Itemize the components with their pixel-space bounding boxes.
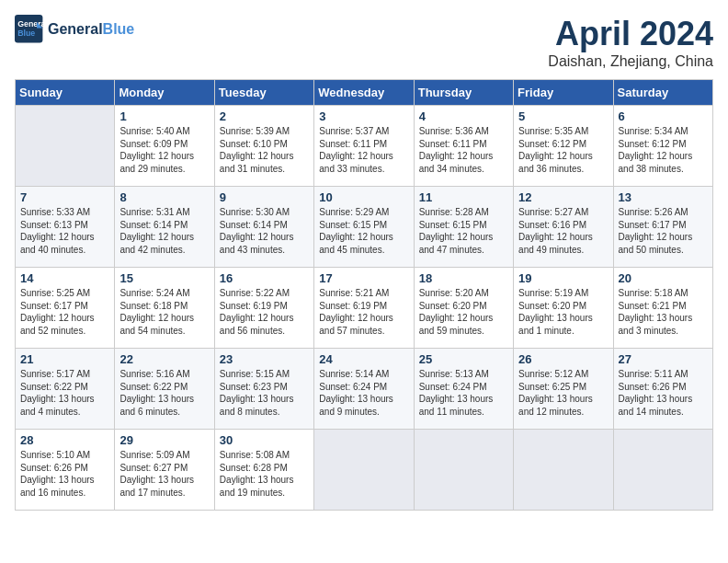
column-header-monday: Monday [115,80,214,106]
day-info: Sunrise: 5:40 AM Sunset: 6:09 PM Dayligh… [119,125,209,175]
day-info: Sunrise: 5:17 AM Sunset: 6:22 PM Dayligh… [20,368,109,418]
calendar-cell: 23Sunrise: 5:15 AM Sunset: 6:23 PM Dayli… [214,349,313,430]
calendar-cell: 21Sunrise: 5:17 AM Sunset: 6:22 PM Dayli… [16,349,115,430]
day-number: 14 [20,271,109,285]
day-info: Sunrise: 5:37 AM Sunset: 6:11 PM Dayligh… [319,125,408,175]
day-number: 19 [518,271,608,285]
day-number: 30 [220,433,309,447]
calendar-cell: 13Sunrise: 5:26 AM Sunset: 6:17 PM Dayli… [613,187,712,268]
calendar-cell: 11Sunrise: 5:28 AM Sunset: 6:15 PM Dayli… [414,187,513,268]
header-row: SundayMondayTuesdayWednesdayThursdayFrid… [16,80,713,106]
calendar-cell: 29Sunrise: 5:09 AM Sunset: 6:27 PM Dayli… [115,430,214,511]
location: Daishan, Zhejiang, China [548,53,713,70]
day-number: 29 [119,433,209,447]
calendar-week-2: 7Sunrise: 5:33 AM Sunset: 6:13 PM Daylig… [16,187,713,268]
calendar-cell: 22Sunrise: 5:16 AM Sunset: 6:22 PM Dayli… [115,349,214,430]
calendar-cell: 24Sunrise: 5:14 AM Sunset: 6:24 PM Dayli… [314,349,414,430]
calendar-cell [16,106,115,187]
logo-icon: General Blue [15,15,44,44]
calendar-cell: 10Sunrise: 5:29 AM Sunset: 6:15 PM Dayli… [314,187,414,268]
day-info: Sunrise: 5:35 AM Sunset: 6:12 PM Dayligh… [518,125,608,175]
day-number: 17 [319,271,408,285]
day-info: Sunrise: 5:08 AM Sunset: 6:28 PM Dayligh… [220,449,309,499]
day-info: Sunrise: 5:39 AM Sunset: 6:10 PM Dayligh… [220,125,309,175]
day-info: Sunrise: 5:13 AM Sunset: 6:24 PM Dayligh… [419,368,508,418]
day-number: 9 [220,190,309,204]
calendar-cell: 12Sunrise: 5:27 AM Sunset: 6:16 PM Dayli… [514,187,613,268]
day-number: 25 [419,352,508,366]
day-info: Sunrise: 5:11 AM Sunset: 6:26 PM Dayligh… [619,368,708,418]
svg-text:Blue: Blue [17,29,35,38]
day-number: 6 [619,109,708,123]
month-title: April 2024 [548,15,713,53]
logo: General Blue GeneralBlue [15,15,134,44]
day-number: 18 [419,271,508,285]
calendar-cell: 17Sunrise: 5:21 AM Sunset: 6:19 PM Dayli… [314,268,414,349]
page-header: General Blue GeneralBlue April 2024 Dais… [15,15,713,70]
calendar-cell [414,430,513,511]
calendar-cell: 4Sunrise: 5:36 AM Sunset: 6:11 PM Daylig… [414,106,513,187]
day-number: 4 [419,109,508,123]
day-info: Sunrise: 5:19 AM Sunset: 6:20 PM Dayligh… [518,287,608,337]
day-number: 12 [518,190,608,204]
calendar-table: SundayMondayTuesdayWednesdayThursdayFrid… [15,79,713,511]
calendar-week-1: 1Sunrise: 5:40 AM Sunset: 6:09 PM Daylig… [16,106,713,187]
calendar-cell: 26Sunrise: 5:12 AM Sunset: 6:25 PM Dayli… [514,349,613,430]
day-number: 20 [619,271,708,285]
day-number: 7 [20,190,109,204]
calendar-cell: 28Sunrise: 5:10 AM Sunset: 6:26 PM Dayli… [16,430,115,511]
day-number: 13 [619,190,708,204]
day-info: Sunrise: 5:28 AM Sunset: 6:15 PM Dayligh… [419,206,508,256]
day-info: Sunrise: 5:12 AM Sunset: 6:25 PM Dayligh… [518,368,608,418]
day-number: 16 [220,271,309,285]
calendar-cell [514,430,613,511]
calendar-cell: 19Sunrise: 5:19 AM Sunset: 6:20 PM Dayli… [514,268,613,349]
day-number: 24 [319,352,408,366]
day-number: 23 [220,352,309,366]
day-number: 8 [119,190,209,204]
day-info: Sunrise: 5:24 AM Sunset: 6:18 PM Dayligh… [119,287,209,337]
day-info: Sunrise: 5:16 AM Sunset: 6:22 PM Dayligh… [119,368,209,418]
calendar-cell [613,430,712,511]
day-info: Sunrise: 5:27 AM Sunset: 6:16 PM Dayligh… [518,206,608,256]
day-info: Sunrise: 5:09 AM Sunset: 6:27 PM Dayligh… [119,449,209,499]
calendar-cell: 7Sunrise: 5:33 AM Sunset: 6:13 PM Daylig… [16,187,115,268]
day-info: Sunrise: 5:29 AM Sunset: 6:15 PM Dayligh… [319,206,408,256]
calendar-cell: 3Sunrise: 5:37 AM Sunset: 6:11 PM Daylig… [314,106,414,187]
day-number: 5 [518,109,608,123]
calendar-cell: 14Sunrise: 5:25 AM Sunset: 6:17 PM Dayli… [16,268,115,349]
calendar-cell: 27Sunrise: 5:11 AM Sunset: 6:26 PM Dayli… [613,349,712,430]
day-number: 1 [119,109,209,123]
calendar-week-3: 14Sunrise: 5:25 AM Sunset: 6:17 PM Dayli… [16,268,713,349]
column-header-thursday: Thursday [414,80,513,106]
day-number: 2 [220,109,309,123]
calendar-week-5: 28Sunrise: 5:10 AM Sunset: 6:26 PM Dayli… [16,430,713,511]
day-info: Sunrise: 5:15 AM Sunset: 6:23 PM Dayligh… [220,368,309,418]
day-number: 21 [20,352,109,366]
day-info: Sunrise: 5:26 AM Sunset: 6:17 PM Dayligh… [619,206,708,256]
column-header-wednesday: Wednesday [314,80,414,106]
logo-text: GeneralBlue [48,21,134,38]
column-header-sunday: Sunday [16,80,115,106]
title-block: April 2024 Daishan, Zhejiang, China [548,15,713,70]
calendar-cell: 6Sunrise: 5:34 AM Sunset: 6:12 PM Daylig… [613,106,712,187]
day-info: Sunrise: 5:10 AM Sunset: 6:26 PM Dayligh… [20,449,109,499]
calendar-cell: 18Sunrise: 5:20 AM Sunset: 6:20 PM Dayli… [414,268,513,349]
day-number: 11 [419,190,508,204]
day-info: Sunrise: 5:20 AM Sunset: 6:20 PM Dayligh… [419,287,508,337]
day-info: Sunrise: 5:25 AM Sunset: 6:17 PM Dayligh… [20,287,109,337]
calendar-cell: 8Sunrise: 5:31 AM Sunset: 6:14 PM Daylig… [115,187,214,268]
day-info: Sunrise: 5:30 AM Sunset: 6:14 PM Dayligh… [220,206,309,256]
day-info: Sunrise: 5:22 AM Sunset: 6:19 PM Dayligh… [220,287,309,337]
day-number: 26 [518,352,608,366]
day-number: 27 [619,352,708,366]
day-info: Sunrise: 5:36 AM Sunset: 6:11 PM Dayligh… [419,125,508,175]
calendar-cell: 16Sunrise: 5:22 AM Sunset: 6:19 PM Dayli… [214,268,313,349]
column-header-tuesday: Tuesday [214,80,313,106]
day-info: Sunrise: 5:14 AM Sunset: 6:24 PM Dayligh… [319,368,408,418]
calendar-cell: 9Sunrise: 5:30 AM Sunset: 6:14 PM Daylig… [214,187,313,268]
day-number: 10 [319,190,408,204]
column-header-friday: Friday [514,80,613,106]
calendar-cell: 5Sunrise: 5:35 AM Sunset: 6:12 PM Daylig… [514,106,613,187]
calendar-cell [314,430,414,511]
